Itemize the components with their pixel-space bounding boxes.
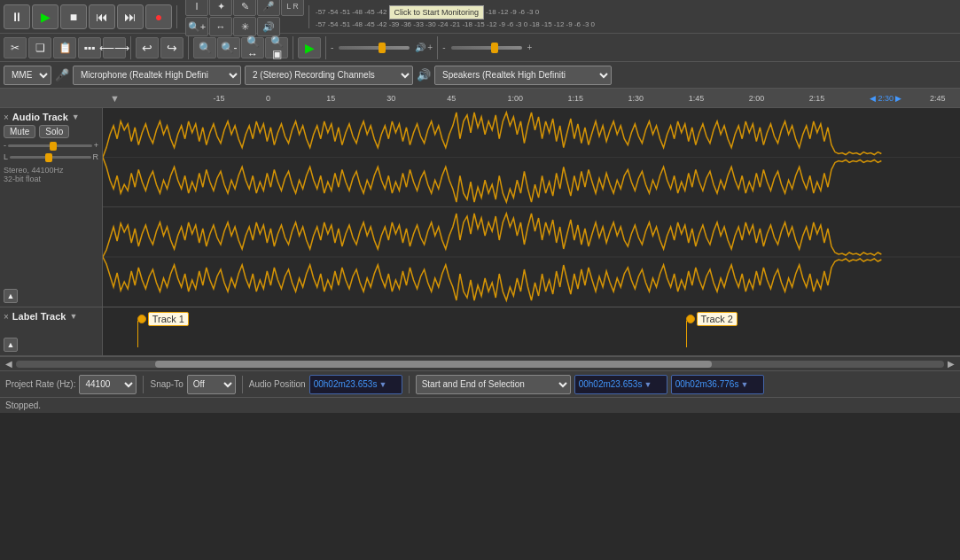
toolbar2-divider-1	[130, 36, 131, 59]
zoom-out-button[interactable]: 🔍-	[217, 37, 240, 58]
volume-thumb[interactable]	[379, 43, 386, 53]
audio-position-dropdown-icon[interactable]: ▼	[379, 380, 386, 389]
label-dot-2	[686, 315, 695, 323]
solo-button[interactable]: Solo	[39, 125, 69, 138]
scroll-thumb[interactable]	[155, 361, 712, 368]
channels-select[interactable]: 2 (Stereo) Recording Channels	[245, 66, 413, 85]
mic-tool[interactable]: 🎤	[257, 0, 280, 16]
speed-slider[interactable]	[451, 46, 522, 50]
redo-button[interactable]: ↪	[160, 37, 183, 58]
draw-tool[interactable]: ✎	[233, 0, 256, 16]
multi-tool[interactable]: ✳	[233, 17, 256, 36]
resize-h-tool[interactable]: ↔	[209, 17, 232, 36]
speaker-tool[interactable]: 🔊	[257, 17, 280, 36]
label-track-name: Label Track	[12, 311, 66, 322]
pause-button[interactable]: ⏸	[4, 4, 30, 29]
audio-track-close-button[interactable]: ×	[4, 113, 9, 122]
audio-position-value: 00h02m23.653s	[314, 379, 378, 389]
ruler-mark-1-15: 1:15	[567, 94, 583, 103]
selection-start-field[interactable]: 00h02m23.653s ▼	[574, 375, 667, 394]
ruler-mark-1-45: 1:45	[689, 94, 705, 103]
vu-right-scale-top: -18 -12 -9 -6 -3 0	[486, 8, 539, 16]
label-track-close-button[interactable]: ×	[4, 312, 9, 322]
gain-slider[interactable]	[8, 144, 92, 147]
label-track-dropdown[interactable]: ▼	[69, 312, 77, 321]
speed-thumb[interactable]	[491, 43, 498, 53]
trim-button[interactable]: ⟵⟶	[103, 37, 126, 58]
status-divider-2	[242, 376, 243, 393]
speed-minus-label: -	[442, 43, 445, 52]
zoom-sel-button[interactable]: 🔍▣	[265, 37, 288, 58]
track-area: × Audio Track ▼ Mute Solo - + L R	[0, 108, 960, 356]
skip-end-button[interactable]: ⏭	[117, 4, 144, 29]
play-button[interactable]: ▶	[32, 4, 59, 29]
label-marker-2: Track 2	[686, 312, 738, 326]
label-line-1	[137, 321, 138, 347]
horizontal-scrollbar[interactable]: ◀ ▶	[0, 356, 960, 370]
waveform-bottom-channel: 1.0 0.0 -1.0	[103, 207, 960, 307]
play-at-speed-button[interactable]: ▶	[298, 37, 321, 58]
gain-thumb[interactable]	[50, 142, 57, 151]
bottom-status-bar: Stopped.	[0, 397, 960, 413]
paste-button[interactable]: 📋	[53, 37, 76, 58]
pan-thumb[interactable]	[45, 153, 52, 162]
audio-track: × Audio Track ▼ Mute Solo - + L R	[0, 108, 960, 307]
main-toolbar: ⏸ ▶ ■ ⏮ ⏭ ● I ✦ ✎ 🎤 L R 🔍+ ↔ ✳ 🔊 -57 -54…	[0, 0, 960, 34]
pan-slider[interactable]	[10, 156, 90, 159]
audio-track-name: Audio Track	[12, 112, 68, 122]
volume-slider[interactable]	[339, 46, 410, 50]
toolbar-divider-1	[176, 5, 177, 28]
label-track-content[interactable]: Track 1 Track 2	[103, 307, 960, 355]
skip-start-button[interactable]: ⏮	[89, 4, 115, 29]
label-track-controls: × Label Track ▼ ▲	[0, 307, 103, 355]
track-mute-solo-buttons: Mute Solo	[4, 125, 98, 138]
scissors-button[interactable]: ✂	[4, 37, 27, 58]
audio-position-label: Audio Position	[249, 379, 306, 389]
output-device-select[interactable]: Speakers (Realtek High Definiti	[434, 66, 612, 85]
envelope-tool[interactable]: ✦	[209, 0, 232, 16]
track-info: Stereo, 44100Hz 32-bit float	[4, 166, 98, 183]
toolbar2-divider-4	[325, 36, 326, 59]
stop-button[interactable]: ■	[60, 4, 87, 29]
input-device-select[interactable]: Microphone (Realtek High Defini	[73, 66, 241, 85]
scroll-right-button[interactable]: ▶	[944, 359, 958, 369]
rhythm-button[interactable]: ▪▪▪	[78, 37, 101, 58]
audio-track-dropdown[interactable]: ▼	[72, 113, 80, 121]
volume-minus-label: -	[331, 43, 333, 52]
pan-right-label: R	[93, 152, 99, 161]
label-track-collapse-button[interactable]: ▲	[4, 338, 18, 352]
ruler-mark-30: 30	[386, 94, 395, 103]
toolbar-divider-2	[308, 5, 309, 28]
mute-button[interactable]: Mute	[4, 125, 35, 138]
ruler-mark-0: 0	[266, 94, 270, 103]
waveform-top-channel: 1.0 0.0 -1.0 // This won't run here, we'…	[103, 108, 960, 207]
ruler-left-area: ▼	[103, 93, 206, 104]
api-select[interactable]: MME	[4, 66, 51, 85]
cursor-tool[interactable]: I	[185, 0, 208, 16]
selection-format-select[interactable]: Start and End of Selection	[416, 375, 571, 394]
audio-track-collapse-button[interactable]: ▲	[4, 289, 18, 303]
audio-track-content[interactable]: 1.0 0.0 -1.0 // This won't run here, we'…	[103, 108, 960, 307]
selection-start-dropdown-icon[interactable]: ▼	[644, 380, 652, 389]
copy-button[interactable]: ❑	[28, 37, 51, 58]
undo-button[interactable]: ↩	[136, 37, 159, 58]
scroll-track[interactable]	[16, 361, 944, 368]
gain-plus-label: +	[94, 141, 98, 150]
zoom-normal-button[interactable]: 🔍	[193, 37, 216, 58]
monitor-button[interactable]: Click to Start Monitoring	[389, 5, 485, 19]
project-rate-label: Project Rate (Hz):	[5, 379, 75, 389]
selection-end-field[interactable]: 00h02m36.776s ▼	[671, 375, 764, 394]
zoom-fit-button[interactable]: 🔍↔	[241, 37, 264, 58]
audio-position-field[interactable]: 00h02m23.653s ▼	[309, 375, 402, 394]
snap-to-select[interactable]: Off	[187, 375, 236, 394]
scroll-left-button[interactable]: ◀	[2, 359, 16, 369]
selection-end-dropdown-icon[interactable]: ▼	[740, 380, 748, 389]
timeline-ruler: ▼ -15 0 15 30 45 1:00 1:15 1:30 1:45 2:0…	[0, 89, 960, 108]
record-button[interactable]: ●	[145, 4, 172, 29]
label-text-2: Track 2	[697, 312, 738, 326]
zoom-in-tool[interactable]: 🔍+	[185, 17, 208, 36]
ruler-mark-1-30: 1:30	[628, 94, 644, 103]
mic-icon: 🎤	[55, 68, 69, 82]
project-rate-select[interactable]: 44100	[79, 375, 137, 394]
edit-toolbar: ✂ ❑ 📋 ▪▪▪ ⟵⟶ ↩ ↪ 🔍 🔍- 🔍↔ 🔍▣ ▶ - 🔊 + - +	[0, 34, 960, 62]
